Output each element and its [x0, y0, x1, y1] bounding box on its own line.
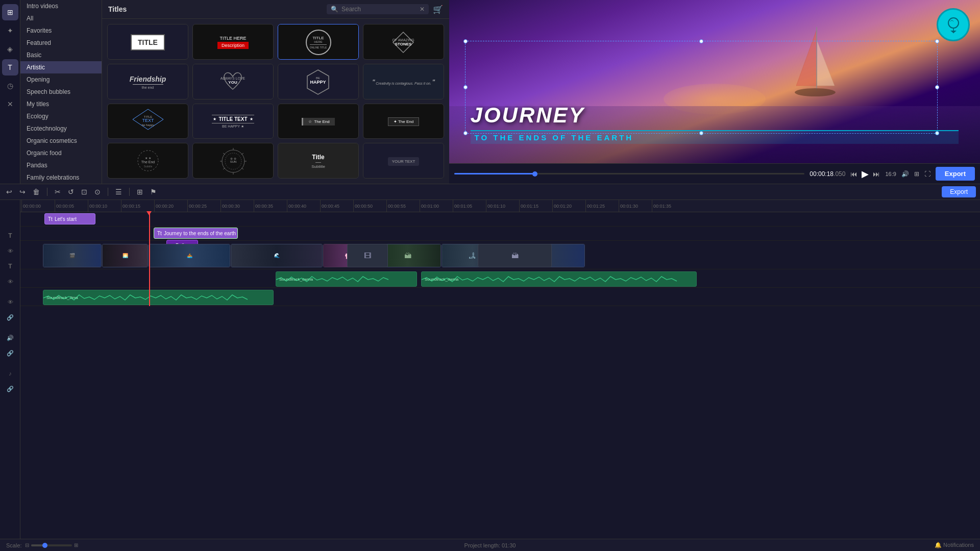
- video-clip-3[interactable]: 🚣: [149, 244, 230, 267]
- audio-clip-soundtrack1[interactable]: Soundtrack_ówma: [276, 271, 417, 287]
- title-card-ribbon-stars[interactable]: ★ TITLE TEXT ★ BE HAPPY ★ Ribbon – stars: [192, 104, 274, 139]
- sidebar-item-family-celebrations[interactable]: Family celebrations: [20, 171, 102, 184]
- track-icon-note[interactable]: ♪: [0, 366, 20, 381]
- title-card-hexagon[interactable]: BE HAPPY Hexagon: [278, 64, 359, 99]
- cart-icon[interactable]: 🛒: [433, 5, 443, 14]
- titles-icon-btn[interactable]: T: [2, 59, 18, 76]
- progress-thumb[interactable]: [532, 171, 537, 177]
- sidebar-item-intro-videos[interactable]: Intro videos: [20, 0, 102, 12]
- video-clip-1[interactable]: 🎬: [43, 244, 102, 267]
- export-btn-timeline[interactable]: Export: [942, 186, 976, 197]
- cut-btn[interactable]: ✂: [53, 187, 63, 197]
- title-card-rhombus[interactable]: TITLE TEXT be happy Rhombus: [107, 104, 188, 139]
- clip-lets-start[interactable]: Tt Let's start: [44, 213, 95, 224]
- search-clear-icon[interactable]: ✕: [420, 6, 425, 13]
- rotate-btn[interactable]: ↺: [66, 187, 76, 197]
- title-card-clean-circle[interactable]: TITLE HERE ONLINE TITLE Clean circle: [278, 24, 359, 60]
- svg-text:HAPPY: HAPPY: [310, 80, 326, 85]
- track-icon-vol[interactable]: 🔊: [0, 331, 20, 345]
- undo-btn[interactable]: ↩: [4, 187, 14, 197]
- track-icon-eye2[interactable]: 👁: [0, 274, 20, 289]
- skip-back-btn[interactable]: ⏮: [850, 170, 857, 178]
- list-btn[interactable]: ☰: [113, 187, 124, 197]
- timeline-left-icons: T 👁 T 👁 👁 🔗 🔊 🔗 ♪ 🔗: [0, 200, 20, 539]
- audio-clip-main-soundtrack[interactable]: Soundtrack_Jima: [43, 290, 274, 305]
- audio-clip-soundtrack2[interactable]: Soundtrack_ówma: [421, 271, 697, 287]
- titles-grid: TITLE 3D placard TITLE HERE Description …: [102, 19, 449, 184]
- sidebar-item-favorites[interactable]: Favorites: [20, 24, 102, 37]
- skip-forward-btn[interactable]: ⏭: [873, 170, 880, 178]
- video-clip-4[interactable]: 🌊: [231, 244, 323, 267]
- handle-tc[interactable]: [699, 39, 703, 43]
- sidebar-item-all[interactable]: All: [20, 12, 102, 24]
- track-icon-link2[interactable]: 🔗: [0, 346, 20, 360]
- track-icon-text1[interactable]: T: [0, 229, 20, 243]
- title-card-diamond[interactable]: OF AMAZINGSTONES Diamond: [363, 24, 444, 60]
- title-card-stars[interactable]: ★ ★ The End Subtitle Stars: [107, 143, 188, 179]
- track-audio-1: Soundtrack_ówma Soundtrack_ówma: [20, 270, 980, 288]
- flag-btn[interactable]: ⚑: [148, 187, 159, 197]
- remove-icon-btn[interactable]: ✕: [2, 96, 18, 112]
- fullscreen-btn[interactable]: ⛶: [924, 170, 930, 178]
- title-card-heart[interactable]: ALWAYS LOVE YOU Heart: [192, 64, 274, 99]
- track-icon-link[interactable]: 🔗: [0, 310, 20, 324]
- project-length: Project length: 01:30: [464, 542, 516, 548]
- timeline-main[interactable]: 00:00:00 00:00:05 00:00:10 00:00:15 00:0…: [20, 200, 980, 539]
- title-card-text-block[interactable]: YOUR TEXT Text: [363, 143, 444, 179]
- title-card-3d-placard[interactable]: TITLE 3D placard: [107, 24, 188, 60]
- play-btn[interactable]: ▶: [862, 168, 869, 180]
- transitions-icon-btn[interactable]: ✦: [2, 22, 18, 39]
- delete-btn[interactable]: 🗑: [31, 187, 42, 197]
- search-input[interactable]: [341, 6, 416, 13]
- title-card-ribbon2[interactable]: ✦ The End Ribbon 2: [363, 104, 444, 139]
- separator-3: [129, 188, 130, 196]
- sidebar-item-basic[interactable]: Basic: [20, 49, 102, 61]
- handle-tl[interactable]: [463, 39, 468, 43]
- sidebar-item-ecology[interactable]: Ecology: [20, 110, 102, 122]
- sidebar-item-organic-cosmetics[interactable]: Organic cosmetics: [20, 135, 102, 147]
- search-icon: 🔍: [331, 6, 338, 13]
- video-overlay-clip-2[interactable]: 🏔: [478, 244, 552, 267]
- sidebar-item-speech-bubbles[interactable]: Speech bubbles: [20, 86, 102, 98]
- sidebar-item-ecotechnology[interactable]: Ecotechnology: [20, 122, 102, 135]
- fit-screen-btn[interactable]: ⊞: [914, 170, 919, 178]
- video-clip-2[interactable]: 🌅: [102, 244, 148, 267]
- track-icon-text2[interactable]: T: [0, 259, 20, 273]
- sidebar-item-pandas[interactable]: Pandas: [20, 159, 102, 171]
- export-button[interactable]: Export: [936, 167, 975, 181]
- spacer4: [0, 361, 20, 365]
- handle-tr[interactable]: [935, 39, 939, 43]
- track-icon-eye3[interactable]: 👁: [0, 295, 20, 309]
- sidebar-item-featured[interactable]: Featured: [20, 37, 102, 49]
- monitor-btn[interactable]: ⊞: [135, 187, 145, 197]
- title-card-ribbon1[interactable]: ☆ The End Ribbon 1: [278, 104, 359, 139]
- sidebar-item-opening[interactable]: Opening: [20, 73, 102, 86]
- sidebar-item-artistic[interactable]: Artistic: [20, 61, 102, 73]
- scale-slider[interactable]: [31, 544, 72, 546]
- volume-btn[interactable]: 🔊: [901, 170, 909, 178]
- sidebar-item-my-titles[interactable]: My titles: [20, 98, 102, 110]
- track-icon-eye1[interactable]: 👁: [0, 244, 20, 258]
- title-card-quote[interactable]: " Creativity is contagious. Pass it on. …: [363, 64, 444, 99]
- title-card-sun[interactable]: ⊕ ⊕ SUN Sun: [192, 143, 274, 179]
- scale-slider-thumb[interactable]: [42, 543, 47, 548]
- crop-btn[interactable]: ⊡: [79, 187, 89, 197]
- timeline-toolbar: ↩ ↪ 🗑 ✂ ↺ ⊡ ⊙ ☰ ⊞ ⚑ Export: [0, 184, 980, 200]
- handle-ml[interactable]: [463, 85, 468, 89]
- handle-mr[interactable]: [935, 85, 939, 89]
- sidebar-item-organic-food[interactable]: Organic food: [20, 147, 102, 159]
- title-card-breaking-news[interactable]: TITLE HERE Description Breaking news: [192, 24, 274, 60]
- stabilize-btn[interactable]: ⊙: [92, 187, 103, 197]
- video-overlay-clip-1[interactable]: 🎞: [347, 244, 388, 267]
- redo-btn[interactable]: ↪: [17, 187, 28, 197]
- media-icon-btn[interactable]: ⊞: [2, 4, 18, 20]
- search-bar[interactable]: 🔍 ✕: [327, 4, 429, 14]
- effects-icon-btn[interactable]: ◈: [2, 41, 18, 57]
- track-icon-link3[interactable]: 🔗: [0, 382, 20, 396]
- title-card-friendship[interactable]: Friendship the end Friendship: [107, 64, 188, 99]
- overlays-icon-btn[interactable]: ◷: [2, 78, 18, 94]
- clip-journey[interactable]: Tt Journey to the ends of the earth: [154, 228, 238, 239]
- progress-bar[interactable]: [454, 173, 804, 174]
- journey-text-overlay: JOURNEY: [471, 103, 585, 128]
- title-card-text-line1[interactable]: Title Subtitle Text with line 1: [278, 143, 359, 179]
